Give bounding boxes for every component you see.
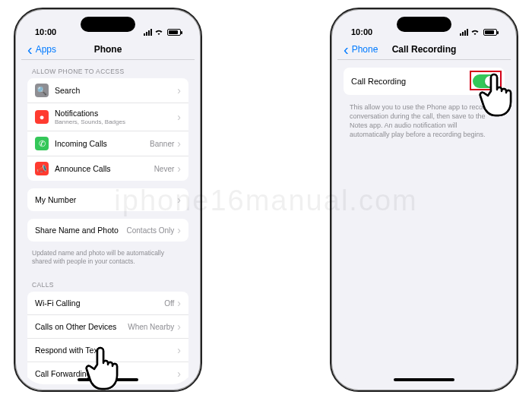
page-title: Phone bbox=[94, 44, 122, 55]
row-value: Off bbox=[164, 299, 174, 308]
app-icon: 📣 bbox=[35, 162, 49, 175]
chevron-right-icon: › bbox=[177, 163, 181, 175]
status-right bbox=[460, 29, 497, 36]
dynamic-island bbox=[81, 17, 135, 32]
my-number-label: My Number bbox=[35, 195, 177, 204]
share-footnote: Updated name and photo will be automatic… bbox=[21, 249, 195, 273]
wifi-icon bbox=[154, 29, 163, 36]
row-wi-fi-calling[interactable]: Wi-Fi CallingOff› bbox=[27, 292, 188, 315]
signal-icon bbox=[144, 29, 152, 36]
status-right bbox=[144, 29, 181, 36]
section-calls-label: CALLS bbox=[21, 273, 195, 292]
chevron-right-icon: › bbox=[177, 320, 181, 333]
wifi-icon bbox=[470, 29, 480, 36]
row-value: When Nearby bbox=[128, 323, 174, 331]
chevron-right-icon: › bbox=[177, 224, 181, 236]
row-sublabel: Banners, Sounds, Badges bbox=[55, 118, 177, 125]
share-value: Contacts Only bbox=[127, 226, 175, 235]
group-access: 🔍Search›●NotificationsBanners, Sounds, B… bbox=[27, 78, 188, 181]
nav-bar: Phone Call Recording bbox=[337, 41, 511, 60]
battery-icon bbox=[167, 29, 181, 36]
stage: 10:00 Apps Phone ALLOW PHONE TO ACCESS 🔍… bbox=[0, 0, 532, 399]
row-label: Incoming Calls bbox=[55, 139, 150, 148]
row-notifications[interactable]: ●NotificationsBanners, Sounds, Badges› bbox=[27, 103, 188, 131]
row-label: NotificationsBanners, Sounds, Badges bbox=[55, 109, 177, 125]
chevron-right-icon: › bbox=[177, 344, 181, 356]
row-search[interactable]: 🔍Search› bbox=[27, 78, 188, 103]
row-label: Calls on Other Devices bbox=[35, 322, 128, 331]
row-incoming-calls[interactable]: ✆Incoming CallsBanner› bbox=[27, 131, 188, 156]
chevron-right-icon: › bbox=[177, 297, 181, 309]
row-label: Announce Calls bbox=[55, 164, 154, 173]
row-label: Wi-Fi Calling bbox=[35, 298, 164, 308]
section-access-label: ALLOW PHONE TO ACCESS bbox=[21, 60, 195, 78]
group-my-number: My Number › bbox=[27, 188, 188, 211]
app-icon: ✆ bbox=[35, 137, 49, 150]
back-label: Phone bbox=[352, 44, 378, 55]
share-label: Share Name and Photo bbox=[35, 226, 127, 235]
chevron-right-icon: › bbox=[177, 84, 181, 96]
screen-left: 10:00 Apps Phone ALLOW PHONE TO ACCESS 🔍… bbox=[21, 15, 195, 384]
row-label: Search bbox=[55, 86, 177, 95]
phone-right: 10:00 Phone Call Recording Call Recordin… bbox=[330, 8, 518, 392]
battery-icon bbox=[483, 29, 497, 36]
row-my-number[interactable]: My Number › bbox=[27, 188, 188, 211]
status-time: 10:00 bbox=[35, 27, 56, 36]
signal-icon bbox=[460, 29, 468, 36]
chevron-right-icon: › bbox=[177, 194, 181, 206]
row-calls-on-other-devices[interactable]: Calls on Other DevicesWhen Nearby› bbox=[27, 315, 188, 339]
page-title: Call Recording bbox=[392, 44, 457, 55]
row-value: Banner bbox=[150, 140, 174, 148]
back-button[interactable]: Apps bbox=[27, 44, 56, 55]
app-icon: ● bbox=[35, 110, 49, 124]
row-value: Never bbox=[154, 165, 175, 173]
back-label: Apps bbox=[36, 44, 56, 55]
group-share: Share Name and Photo Contacts Only › bbox=[27, 219, 188, 242]
phone-left: 10:00 Apps Phone ALLOW PHONE TO ACCESS 🔍… bbox=[14, 8, 202, 392]
hand-pointer-icon bbox=[476, 70, 521, 123]
chevron-right-icon: › bbox=[177, 368, 181, 380]
app-icon: 🔍 bbox=[35, 84, 49, 97]
home-indicator[interactable] bbox=[394, 378, 454, 381]
status-time: 10:00 bbox=[351, 27, 372, 36]
row-share-name-photo[interactable]: Share Name and Photo Contacts Only › bbox=[27, 219, 188, 242]
back-button[interactable]: Phone bbox=[344, 44, 378, 55]
content-left: ALLOW PHONE TO ACCESS 🔍Search›●Notificat… bbox=[21, 60, 195, 384]
chevron-right-icon: › bbox=[177, 137, 181, 150]
chevron-right-icon: › bbox=[177, 111, 181, 123]
nav-bar: Apps Phone bbox=[21, 41, 195, 60]
hand-pointer-icon bbox=[82, 343, 128, 396]
row-announce-calls[interactable]: 📣Announce CallsNever› bbox=[27, 156, 188, 181]
dynamic-island bbox=[397, 17, 451, 32]
toggle-label: Call Recording bbox=[351, 77, 473, 86]
